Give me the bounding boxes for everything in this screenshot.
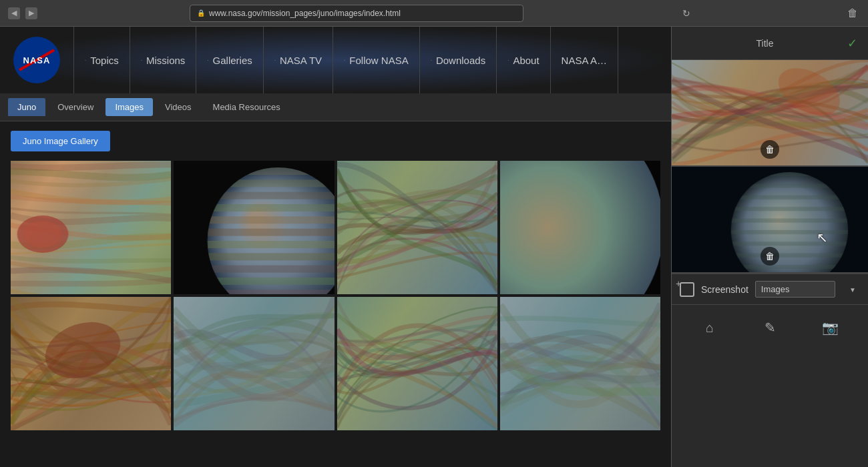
nav-dot: ·	[344, 57, 345, 63]
lock-icon: 🔒	[197, 9, 205, 17]
nasa-header: NASA ·Topics ·Missions ·Galleries ·NASA …	[0, 27, 671, 93]
nasa-logo-text: NASA	[23, 55, 51, 65]
gallery-image-2[interactable]	[174, 161, 334, 294]
panel-delete-1[interactable]: 🗑	[761, 140, 779, 159]
panel-image-2[interactable]: 🗑 ↖	[672, 167, 868, 274]
nav-dot: ·	[207, 57, 208, 63]
breadcrumb: Juno Overview Images Videos Media Resour…	[0, 93, 671, 121]
breadcrumb-videos[interactable]: Videos	[156, 98, 201, 116]
gallery-image-7[interactable]	[337, 297, 497, 430]
nav-dot: ·	[507, 57, 509, 63]
nav-dot: ·	[141, 57, 142, 63]
nav-nasa-app[interactable]: NASA A…	[551, 27, 618, 93]
panel-title: Title	[682, 38, 847, 49]
gallery-image-1[interactable]	[11, 161, 171, 294]
browser-chrome: ◀ ▶ 🔒 www.nasa.gov/mission_pages/juno/im…	[0, 0, 868, 27]
screenshot-label: Screenshot	[701, 284, 748, 295]
chevron-down-icon: ▼	[849, 286, 856, 293]
breadcrumb-images[interactable]: Images	[105, 98, 153, 116]
home-button[interactable]: ⌂	[695, 313, 724, 342]
image-grid	[11, 161, 660, 430]
nav-dot: ·	[431, 57, 432, 63]
breadcrumb-media-resources[interactable]: Media Resources	[204, 98, 290, 116]
nasa-logo[interactable]: NASA	[13, 37, 60, 83]
select-wrapper: Images Videos Media Resources ▼	[755, 281, 860, 298]
panel-header: Title ✓	[672, 27, 868, 60]
screenshot-icon	[680, 282, 694, 297]
panel-delete-2[interactable]: 🗑	[761, 247, 779, 266]
screenshot-toolbar: Screenshot Images Videos Media Resources…	[672, 274, 868, 304]
right-panel: Title ✓ 🗑 🗑 ↖ Screenshot Images Videos M…	[671, 27, 868, 467]
back-button[interactable]: ◀	[8, 7, 20, 19]
breadcrumb-juno[interactable]: Juno	[8, 98, 45, 116]
action-buttons: ⌂ ✎ 📷	[672, 304, 868, 350]
breadcrumb-overview[interactable]: Overview	[48, 98, 103, 116]
gallery-image-4[interactable]	[500, 161, 660, 294]
nav-menu: ·Topics ·Missions ·Galleries ·NASA TV ·F…	[73, 27, 618, 93]
camera-button[interactable]: 📷	[815, 313, 845, 342]
nav-galleries[interactable]: ·Galleries	[196, 27, 263, 93]
panel-check-icon[interactable]: ✓	[847, 36, 857, 51]
edit-button[interactable]: ✎	[755, 313, 785, 342]
forward-button[interactable]: ▶	[25, 7, 37, 19]
gallery-image-8[interactable]	[500, 297, 660, 430]
gallery-image-6[interactable]	[174, 297, 334, 430]
address-bar[interactable]: 🔒 www.nasa.gov/mission_pages/juno/images…	[190, 5, 523, 22]
nav-follow-nasa[interactable]: ·Follow NASA	[333, 27, 420, 93]
nav-topics[interactable]: ·Topics	[73, 27, 130, 93]
gallery-title-button[interactable]: Juno Image Gallery	[11, 131, 110, 151]
gallery-area: Juno Image Gallery	[0, 121, 671, 440]
nav-missions[interactable]: ·Missions	[130, 27, 197, 93]
reload-button[interactable]: ↻	[680, 7, 693, 20]
screenshot-select[interactable]: Images Videos Media Resources	[755, 281, 835, 298]
url-text: www.nasa.gov/mission_pages/juno/images/i…	[209, 9, 401, 18]
nav-nasa-tv[interactable]: ·NASA TV	[264, 27, 333, 93]
nav-downloads[interactable]: ·Downloads	[420, 27, 497, 93]
gallery-image-5[interactable]	[11, 297, 171, 430]
gallery-image-3[interactable]	[337, 161, 497, 294]
trash-button[interactable]: 🗑	[845, 6, 860, 21]
nav-about[interactable]: ·About	[497, 27, 550, 93]
nav-dot: ·	[274, 57, 276, 63]
nav-dot: ·	[85, 57, 86, 63]
panel-image-1[interactable]: 🗑	[672, 60, 868, 167]
nasa-site: NASA ·Topics ·Missions ·Galleries ·NASA …	[0, 27, 671, 467]
main-content: NASA ·Topics ·Missions ·Galleries ·NASA …	[0, 27, 868, 467]
